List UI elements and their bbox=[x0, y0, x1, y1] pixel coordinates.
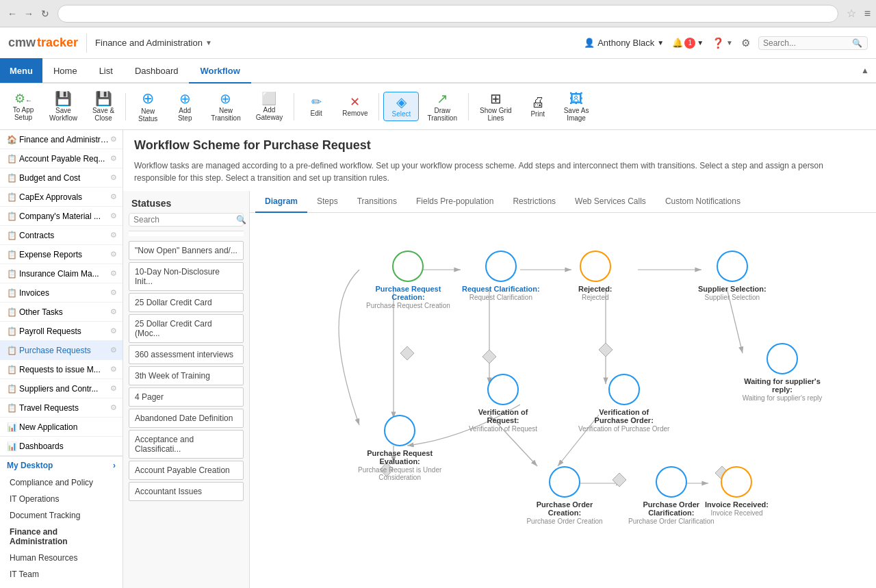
browser-menu-icon[interactable]: ≡ bbox=[864, 8, 871, 20]
sidebar-group-compliance[interactable]: Compliance and Policy bbox=[0, 474, 123, 491]
nav-item-home[interactable]: Home bbox=[42, 59, 88, 84]
status-item-abandoned[interactable]: Abandoned Date Definition bbox=[129, 409, 244, 428]
node-purchase-request-creation[interactable]: Purchase Request Creation: Purchase Requ… bbox=[366, 251, 450, 309]
select-button[interactable]: ◈ Select bbox=[383, 92, 419, 121]
sidebar-item-budget[interactable]: 📋 Budget and Cost ⚙ bbox=[0, 168, 123, 188]
sidebar-item-travel[interactable]: 📋 Travel Requests ⚙ bbox=[0, 398, 123, 418]
add-gateway-button[interactable]: ⬜ AddGateway bbox=[249, 90, 289, 124]
sidebar-item-suppliers[interactable]: 📋 Suppliers and Contr... ⚙ bbox=[0, 379, 123, 398]
forward-button[interactable]: → bbox=[22, 7, 36, 21]
sidebar-gear-icon-5[interactable]: ⚙ bbox=[110, 212, 117, 220]
nav-item-dashboard[interactable]: Dashboard bbox=[124, 59, 190, 84]
help-button[interactable]: ❓ ▼ bbox=[712, 37, 733, 49]
search-bar[interactable]: 🔍 bbox=[758, 36, 868, 50]
tab-steps[interactable]: Steps bbox=[307, 191, 348, 213]
status-item-25dollar-moc[interactable]: 25 Dollar Credit Card (Moc... bbox=[129, 314, 244, 343]
sidebar-item-company-material[interactable]: 📋 Company's Material ... ⚙ bbox=[0, 207, 123, 226]
sidebar-gear-icon[interactable]: ⚙ bbox=[110, 135, 117, 144]
sidebar-gear-icon-15[interactable]: ⚙ bbox=[110, 403, 117, 412]
nav-item-workflow[interactable]: Workflow bbox=[189, 59, 250, 84]
tab-transitions[interactable]: Transitions bbox=[348, 191, 407, 213]
user-info[interactable]: 👤 Anthony Black ▼ bbox=[584, 38, 664, 48]
sidebar-item-dashboards[interactable]: 📊 Dashboards bbox=[0, 437, 123, 456]
status-item-25dollar[interactable]: 25 Dollar Credit Card bbox=[129, 293, 244, 312]
sidebar-item-contracts[interactable]: 📋 Contracts ⚙ bbox=[0, 226, 123, 245]
sidebar-gear-icon-6[interactable]: ⚙ bbox=[110, 231, 117, 240]
menu-button[interactable]: Menu bbox=[0, 58, 42, 83]
address-bar[interactable] bbox=[57, 5, 838, 23]
sidebar-gear-icon-12[interactable]: ⚙ bbox=[110, 346, 117, 355]
save-close-button[interactable]: 💾 Save &Close bbox=[86, 89, 121, 125]
sidebar-gear-icon-3[interactable]: ⚙ bbox=[110, 173, 117, 182]
statuses-search-input[interactable] bbox=[133, 215, 236, 225]
node-po-creation[interactable]: Purchase Order Creation: Purchase Order … bbox=[524, 466, 606, 525]
status-item-10day[interactable]: 10-Day Non-Disclosure Init... bbox=[129, 262, 244, 291]
new-transition-button[interactable]: ⊕ NewTransition bbox=[204, 89, 248, 125]
sidebar-gear-icon-10[interactable]: ⚙ bbox=[110, 307, 117, 316]
status-item-3week[interactable]: 3th Week of Training bbox=[129, 366, 244, 385]
create-workspace-button[interactable]: ✚ Create Workspace bbox=[0, 583, 123, 588]
reload-button[interactable]: ↻ bbox=[38, 7, 52, 21]
edit-button[interactable]: ✏ Edit bbox=[298, 93, 334, 120]
node-purchase-eval[interactable]: Purchase Request Evaluation: Purchase Re… bbox=[358, 415, 441, 481]
sidebar-group-document-tracking[interactable]: Document Tracking bbox=[0, 507, 123, 524]
sidebar-group-it-team[interactable]: IT Team bbox=[0, 566, 123, 583]
sidebar-gear-icon-4[interactable]: ⚙ bbox=[110, 192, 117, 201]
node-request-clarification[interactable]: Request Clarification: Request Clarifica… bbox=[462, 251, 540, 301]
tab-diagram[interactable]: Diagram bbox=[255, 191, 307, 213]
sidebar-gear-icon-8[interactable]: ⚙ bbox=[110, 269, 117, 278]
status-item-360assessment[interactable]: 360 assessment interviews bbox=[129, 345, 244, 364]
save-workflow-button[interactable]: 💾 SaveWorkflow bbox=[42, 89, 84, 125]
show-grid-button[interactable]: ⊞ Show GridLines bbox=[473, 89, 519, 125]
sidebar-item-new-application[interactable]: 📊 New Application bbox=[0, 418, 123, 437]
sidebar-item-purchase-requests[interactable]: 📋 Purchase Requests ⚙ bbox=[0, 341, 123, 360]
notification-button[interactable]: 🔔 1 ▼ bbox=[672, 38, 704, 49]
workspace-selector[interactable]: Finance and Administration ▼ bbox=[95, 38, 212, 48]
sidebar-gear-icon-14[interactable]: ⚙ bbox=[110, 384, 117, 393]
tab-fields-prepopulation[interactable]: Fields Pre-population bbox=[407, 191, 503, 213]
sidebar-item-invoices[interactable]: 📋 Invoices ⚙ bbox=[0, 283, 123, 303]
settings-icon[interactable]: ⚙ bbox=[741, 37, 750, 49]
node-po-clarification[interactable]: Purchase Order Clarification: Purchase O… bbox=[628, 466, 714, 525]
sidebar-item-capex[interactable]: 📋 CapEx Approvals ⚙ bbox=[0, 188, 123, 207]
sidebar-gear-icon-13[interactable]: ⚙ bbox=[110, 365, 117, 374]
sidebar-item-finance-admin[interactable]: 🏠 Finance and Administrati... ⚙ bbox=[0, 130, 123, 149]
sidebar-gear-icon-9[interactable]: ⚙ bbox=[110, 288, 117, 297]
back-button[interactable]: ← bbox=[5, 7, 19, 21]
sidebar-group-it-operations[interactable]: IT Operations bbox=[0, 491, 123, 507]
bookmark-icon[interactable]: ☆ bbox=[847, 7, 856, 20]
nav-collapse-button[interactable]: ▲ bbox=[854, 66, 876, 75]
status-item-accountant[interactable]: Accountant Issues bbox=[129, 482, 244, 501]
sidebar-group-my-desktop[interactable]: My Desktop › bbox=[0, 457, 123, 474]
sidebar-item-insurance[interactable]: 📋 Insurance Claim Ma... ⚙ bbox=[0, 264, 123, 283]
sidebar-group-human-resources[interactable]: Human Resources bbox=[0, 550, 123, 566]
sidebar-group-finance-admin[interactable]: Finance and Administration bbox=[0, 524, 123, 550]
status-item-4pager[interactable]: 4 Pager bbox=[129, 387, 244, 407]
statuses-search[interactable]: 🔍 bbox=[129, 213, 244, 227]
draw-transition-button[interactable]: ↗ DrawTransition bbox=[420, 89, 464, 125]
statuses-scrollbar[interactable] bbox=[129, 231, 244, 236]
node-verification-request[interactable]: Verification of Request: Verification of… bbox=[462, 374, 544, 433]
sidebar-item-other-tasks[interactable]: 📋 Other Tasks ⚙ bbox=[0, 303, 123, 322]
sidebar-gear-icon-7[interactable]: ⚙ bbox=[110, 250, 117, 259]
sidebar-gear-icon-2[interactable]: ⚙ bbox=[110, 154, 117, 163]
status-item-acceptance[interactable]: Acceptance and Classificati... bbox=[129, 430, 244, 459]
node-invoice-received[interactable]: Invoice Received: Invoice Received bbox=[705, 466, 769, 517]
sidebar-item-payroll[interactable]: 📋 Payroll Requests ⚙ bbox=[0, 322, 123, 341]
sidebar-item-expense-reports[interactable]: 📋 Expense Reports ⚙ bbox=[0, 245, 123, 264]
save-as-image-button[interactable]: 🖼 Save AsImage bbox=[557, 89, 596, 125]
node-waiting-supplier[interactable]: Waiting for supplier's reply: Waiting fo… bbox=[741, 343, 823, 402]
print-button[interactable]: 🖨 Print bbox=[520, 92, 556, 120]
sidebar-gear-icon-11[interactable]: ⚙ bbox=[110, 327, 117, 335]
status-item-now-open[interactable]: "Now Open" Banners and/... bbox=[129, 241, 244, 260]
sidebar-item-requests-issue[interactable]: 📋 Requests to issue M... ⚙ bbox=[0, 360, 123, 379]
to-app-setup-button[interactable]: ⚙← To AppSetup bbox=[5, 90, 41, 124]
node-rejected[interactable]: Rejected: Rejected bbox=[578, 251, 613, 301]
node-supplier-selection[interactable]: Supplier Selection: Supplier Selection bbox=[698, 251, 766, 301]
search-input[interactable] bbox=[763, 38, 852, 48]
status-item-account-payable[interactable]: Account Payable Creation bbox=[129, 461, 244, 480]
remove-button[interactable]: ✕ Remove bbox=[335, 93, 374, 120]
tab-custom-notifications[interactable]: Custom Notifications bbox=[656, 191, 750, 213]
sidebar-item-account-payable[interactable]: 📋 Account Payable Req... ⚙ bbox=[0, 149, 123, 168]
nav-item-list[interactable]: List bbox=[88, 59, 124, 84]
